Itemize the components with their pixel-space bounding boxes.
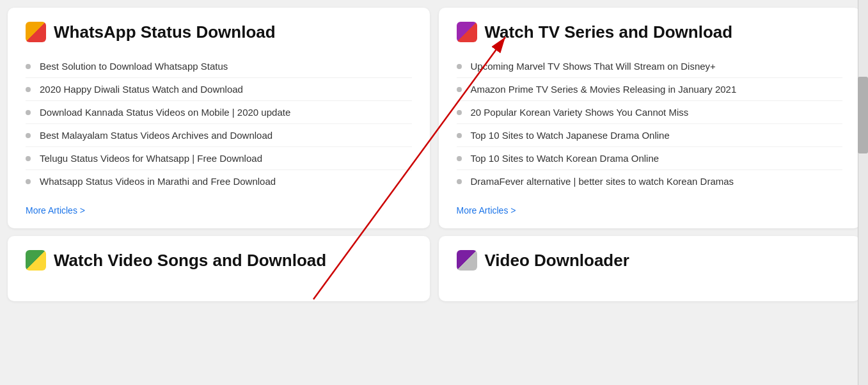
list-item[interactable]: 2020 Happy Diwali Status Watch and Downl… — [26, 77, 412, 100]
card-header-tv: Watch TV Series and Download — [457, 22, 843, 42]
list-item-link[interactable]: 20 Popular Korean Variety Shows You Cann… — [471, 107, 689, 118]
watch-tv-series-card: Watch TV Series and Download Upcoming Ma… — [439, 8, 861, 228]
list-item-link[interactable]: Telugu Status Videos for Whatsapp | Free… — [40, 153, 262, 164]
bullet-icon — [457, 156, 462, 161]
list-item-link[interactable]: Top 10 Sites to Watch Japanese Drama Onl… — [471, 130, 670, 141]
scrollbar[interactable] — [858, 0, 868, 385]
bullet-icon — [26, 110, 31, 115]
video-songs-title: Watch Video Songs and Download — [54, 251, 326, 271]
list-item[interactable]: DramaFever alternative | better sites to… — [457, 169, 843, 192]
whatsapp-status-list: Best Solution to Download Whatsapp Statu… — [26, 55, 412, 192]
card-header-whatsapp: WhatsApp Status Download — [26, 22, 412, 42]
whatsapp-status-title: WhatsApp Status Download — [54, 22, 276, 42]
video-downloader-card: Video Downloader — [439, 236, 861, 301]
bullet-icon — [26, 133, 31, 138]
list-item-link[interactable]: Top 10 Sites to Watch Korean Drama Onlin… — [471, 153, 659, 164]
top-cards-row: WhatsApp Status Download Best Solution t… — [8, 8, 860, 228]
card-header-video-songs: Watch Video Songs and Download — [26, 250, 412, 271]
list-item-link[interactable]: Best Solution to Download Whatsapp Statu… — [40, 61, 228, 72]
list-item[interactable]: Best Malayalam Status Videos Archives an… — [26, 123, 412, 146]
list-item-link[interactable]: Download Kannada Status Videos on Mobile… — [40, 107, 290, 118]
video-downloader-icon — [457, 250, 477, 271]
list-item-link[interactable]: 2020 Happy Diwali Status Watch and Downl… — [40, 84, 243, 95]
list-item[interactable]: Best Solution to Download Whatsapp Statu… — [26, 55, 412, 77]
list-item[interactable]: 20 Popular Korean Variety Shows You Cann… — [457, 100, 843, 123]
list-item[interactable]: Telugu Status Videos for Whatsapp | Free… — [26, 146, 412, 169]
watch-tv-series-title: Watch TV Series and Download — [485, 22, 733, 42]
whatsapp-status-card: WhatsApp Status Download Best Solution t… — [8, 8, 430, 228]
list-item[interactable]: Top 10 Sites to Watch Korean Drama Onlin… — [457, 146, 843, 169]
more-articles-tv[interactable]: More Articles > — [457, 203, 843, 216]
list-item-link[interactable]: Amazon Prime TV Series & Movies Releasin… — [471, 84, 737, 95]
list-item[interactable]: Top 10 Sites to Watch Japanese Drama Onl… — [457, 123, 843, 146]
list-item-link[interactable]: Best Malayalam Status Videos Archives an… — [40, 130, 272, 141]
list-item[interactable]: Amazon Prime TV Series & Movies Releasin… — [457, 77, 843, 100]
list-item-link[interactable]: Whatsapp Status Videos in Marathi and Fr… — [40, 176, 276, 187]
list-item[interactable]: Upcoming Marvel TV Shows That Will Strea… — [457, 55, 843, 77]
bullet-icon — [26, 156, 31, 161]
video-songs-card: Watch Video Songs and Download — [8, 236, 430, 301]
scrollbar-thumb[interactable] — [858, 77, 868, 153]
bullet-icon — [26, 87, 31, 92]
list-item[interactable]: Whatsapp Status Videos in Marathi and Fr… — [26, 169, 412, 192]
list-item[interactable]: Download Kannada Status Videos on Mobile… — [26, 100, 412, 123]
bullet-icon — [457, 64, 462, 69]
tv-series-list: Upcoming Marvel TV Shows That Will Strea… — [457, 55, 843, 192]
list-item-link[interactable]: Upcoming Marvel TV Shows That Will Strea… — [471, 61, 716, 72]
video-downloader-title: Video Downloader — [485, 251, 629, 271]
video-songs-icon — [26, 250, 46, 271]
bullet-icon — [457, 110, 462, 115]
bullet-icon — [457, 87, 462, 92]
page-wrapper: WhatsApp Status Download Best Solution t… — [0, 0, 868, 301]
bullet-icon — [457, 133, 462, 138]
bullet-icon — [457, 179, 462, 184]
bullet-icon — [26, 179, 31, 184]
card-header-video-downloader: Video Downloader — [457, 250, 843, 271]
bullet-icon — [26, 64, 31, 69]
list-item-link[interactable]: DramaFever alternative | better sites to… — [471, 176, 734, 187]
watch-tv-series-icon — [457, 22, 477, 42]
more-articles-whatsapp[interactable]: More Articles > — [26, 203, 412, 216]
whatsapp-status-icon — [26, 22, 46, 42]
bottom-cards-row: Watch Video Songs and Download Video Dow… — [8, 236, 860, 301]
